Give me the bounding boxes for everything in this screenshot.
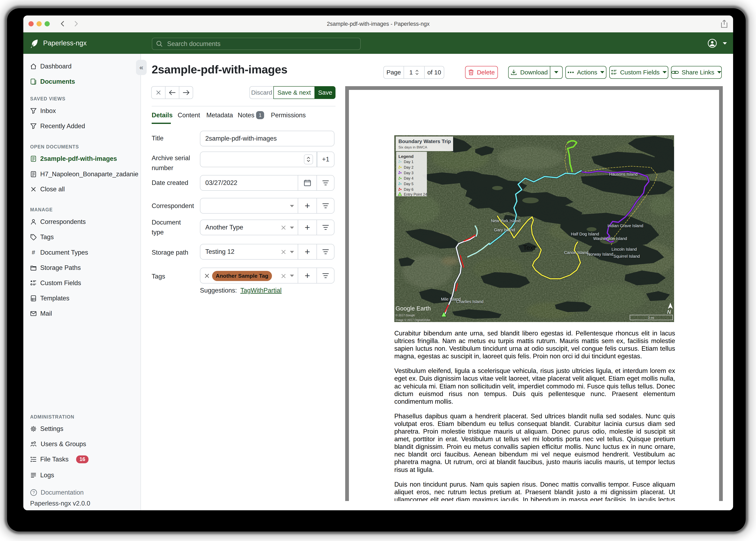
svg-text:Day 5: Day 5 (404, 182, 413, 186)
svg-text:Entry Point 24: Entry Point 24 (404, 192, 427, 197)
svg-text:Day 6: Day 6 (404, 188, 413, 192)
svg-text:Indian Grave Island: Indian Grave Island (607, 224, 643, 228)
svg-text:N: N (667, 309, 671, 315)
svg-text:Lincoln Island: Lincoln Island (612, 247, 637, 252)
svg-text:Six days in BWCA: Six days in BWCA (398, 145, 427, 149)
svg-text:Hausons Island: Hausons Island (609, 172, 638, 177)
svg-text:Day 4: Day 4 (404, 176, 413, 181)
svg-text:Gary Island: Gary Island (494, 228, 515, 232)
svg-text:Squirrel Island: Squirrel Island (613, 254, 640, 259)
svg-text:Legend: Legend (398, 154, 413, 159)
svg-text:#: # (32, 249, 35, 256)
svg-text:Norway Island: Norway Island (587, 252, 613, 257)
svg-text:Image © 2017 DigitalGlobe: Image © 2017 DigitalGlobe (396, 318, 430, 321)
svg-text:Charlies Island: Charlies Island (456, 299, 483, 304)
svg-text:Half Dog Island: Half Dog Island (571, 232, 599, 236)
svg-text:Boundary Waters Trip: Boundary Waters Trip (398, 139, 451, 144)
svg-text:Google Earth: Google Earth (396, 305, 431, 312)
svg-text:?: ? (32, 490, 35, 495)
svg-text:Washington Island: Washington Island (593, 236, 627, 241)
svg-text:Text: Text (523, 244, 535, 251)
svg-text:© 2017 Google: © 2017 Google (396, 313, 415, 317)
svg-text:Day 2: Day 2 (404, 165, 413, 170)
svg-text:Day 3: Day 3 (404, 171, 413, 175)
svg-text:Day 1: Day 1 (404, 160, 413, 164)
svg-text:New York Island: New York Island (491, 219, 520, 223)
svg-text:Canoe Island: Canoe Island (564, 250, 588, 255)
svg-text:3 mi: 3 mi (648, 316, 654, 319)
